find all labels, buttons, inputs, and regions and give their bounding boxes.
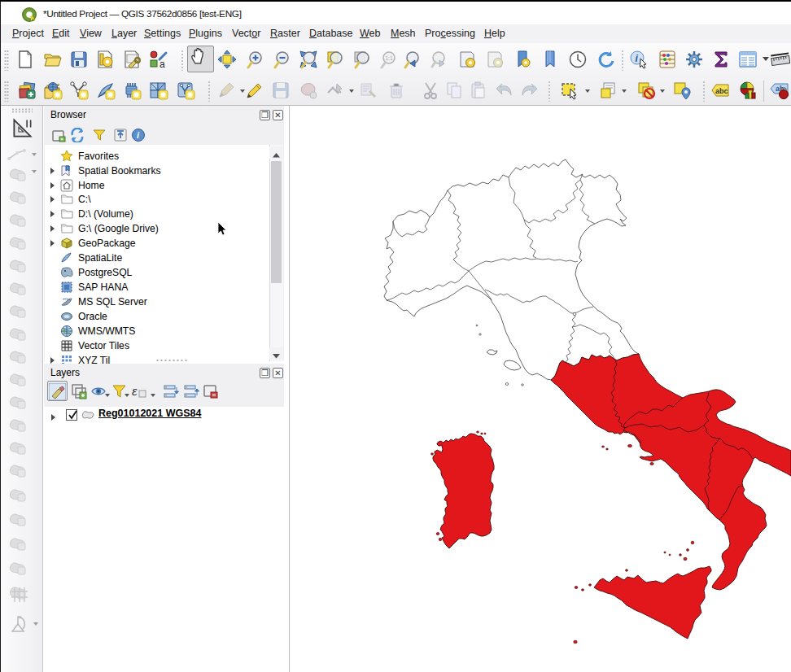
svg-text:a: a xyxy=(160,59,165,69)
svg-text:1:1: 1:1 xyxy=(386,55,393,61)
svg-text:abc: abc xyxy=(715,87,728,95)
svg-text:ε: ε xyxy=(132,384,138,398)
